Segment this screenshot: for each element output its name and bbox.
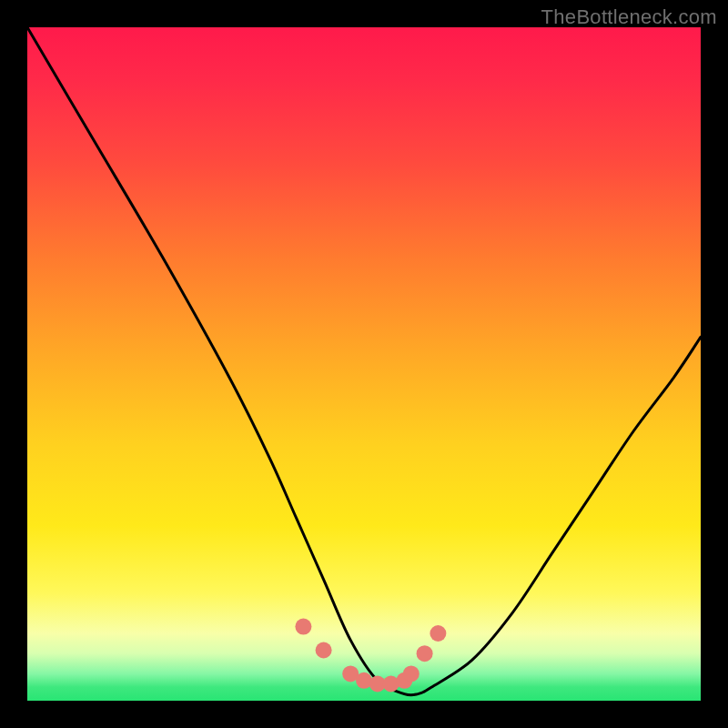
plot-area (27, 27, 701, 701)
marker-dot (403, 665, 420, 682)
marker-dot (417, 645, 433, 662)
bottleneck-curve (27, 27, 701, 695)
chart-frame: TheBottleneck.com (0, 0, 728, 728)
marker-dot (316, 642, 332, 659)
marker-dot (430, 625, 446, 642)
bottleneck-markers (295, 619, 446, 693)
watermark-text: TheBottleneck.com (541, 5, 717, 29)
curve-layer (27, 27, 701, 701)
marker-dot (295, 619, 311, 635)
